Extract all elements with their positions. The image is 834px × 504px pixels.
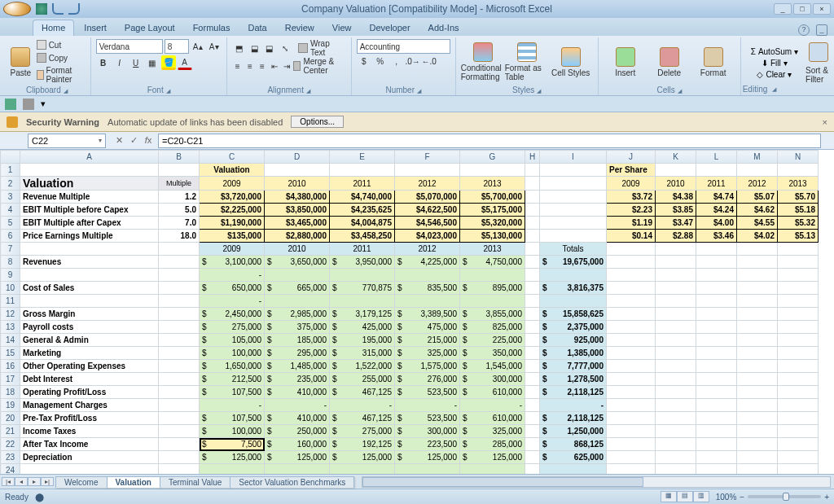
ribbon-tab-review[interactable]: Review bbox=[277, 20, 323, 36]
orientation-button[interactable]: ⤡ bbox=[278, 41, 292, 55]
align-top-button[interactable]: ⬒ bbox=[232, 41, 247, 55]
underline-button[interactable]: U bbox=[129, 55, 143, 70]
formula-input[interactable]: =C20-C21 bbox=[158, 134, 821, 148]
row-header[interactable]: 4 bbox=[1, 204, 20, 217]
ribbon-tab-home[interactable]: Home bbox=[33, 20, 74, 36]
name-box[interactable]: C22 bbox=[28, 134, 106, 148]
clear-button[interactable]: ◇ Clear ▾ bbox=[755, 69, 793, 80]
format-painter-button[interactable]: Format Painter bbox=[35, 65, 86, 85]
number-format-combo[interactable]: Accounting bbox=[357, 39, 450, 54]
row-header[interactable]: 20 bbox=[1, 412, 20, 425]
format-as-table-button[interactable]: Format as Table bbox=[505, 39, 549, 85]
row-header[interactable]: 9 bbox=[1, 269, 20, 282]
col-header-J[interactable]: J bbox=[607, 151, 656, 164]
col-header-K[interactable]: K bbox=[656, 151, 696, 164]
row-header[interactable]: 6 bbox=[1, 230, 20, 243]
row-header[interactable]: 7 bbox=[1, 243, 20, 256]
grow-font-button[interactable]: A▴ bbox=[191, 39, 205, 54]
col-header-G[interactable]: G bbox=[460, 151, 525, 164]
page-break-view-button[interactable]: ▥ bbox=[693, 491, 709, 502]
fx-icon[interactable]: fx bbox=[142, 135, 155, 146]
align-left-button[interactable]: ≡ bbox=[232, 59, 244, 73]
redo-icon[interactable] bbox=[68, 3, 80, 15]
col-header-D[interactable]: D bbox=[265, 151, 330, 164]
row-header[interactable]: 1 bbox=[1, 164, 20, 177]
bold-button[interactable]: B bbox=[96, 55, 111, 70]
align-center-button[interactable]: ≡ bbox=[244, 59, 256, 73]
row-header[interactable]: 24 bbox=[1, 464, 20, 475]
sheet-nav-prev[interactable]: ◂ bbox=[15, 477, 28, 486]
align-middle-button[interactable]: ⬓ bbox=[247, 41, 261, 55]
col-header-M[interactable]: M bbox=[737, 151, 778, 164]
decrease-decimal-button[interactable]: ←.0 bbox=[422, 54, 437, 68]
align-right-button[interactable]: ≡ bbox=[257, 59, 268, 73]
conditional-formatting-button[interactable]: Conditional Formatting bbox=[461, 39, 505, 85]
decrease-indent-button[interactable]: ⇤ bbox=[269, 59, 280, 73]
zoom-in-button[interactable]: + bbox=[824, 493, 829, 502]
percent-button[interactable]: % bbox=[373, 54, 388, 68]
col-header-H[interactable]: H bbox=[525, 151, 540, 164]
ribbon-tab-formulas[interactable]: Formulas bbox=[185, 20, 239, 36]
sheet-nav-last[interactable]: ▸| bbox=[41, 477, 54, 486]
enter-formula-icon[interactable]: ✓ bbox=[127, 135, 140, 146]
row-header[interactable]: 3 bbox=[1, 191, 20, 204]
paste-button[interactable]: Paste bbox=[8, 39, 33, 85]
cancel-formula-icon[interactable]: ✕ bbox=[112, 135, 125, 146]
close-button[interactable]: × bbox=[813, 3, 831, 15]
spreadsheet-grid[interactable]: ABCDEFGHIJKLMN1ValuationPer Share2Valuat… bbox=[0, 150, 834, 474]
insert-cells-button[interactable]: Insert bbox=[604, 39, 647, 85]
col-header-E[interactable]: E bbox=[330, 151, 395, 164]
save-icon[interactable] bbox=[36, 3, 47, 15]
normal-view-button[interactable]: ▦ bbox=[661, 491, 677, 502]
maximize-button[interactable]: □ bbox=[793, 3, 811, 15]
sheet-nav-next[interactable]: ▸ bbox=[28, 477, 41, 486]
ribbon-tab-add-ins[interactable]: Add-Ins bbox=[420, 20, 467, 36]
align-bottom-button[interactable]: ⬓ bbox=[262, 41, 277, 55]
row-header[interactable]: 19 bbox=[1, 399, 20, 412]
row-header[interactable]: 11 bbox=[1, 295, 20, 308]
format-cells-button[interactable]: Format bbox=[691, 39, 735, 85]
undo-icon[interactable] bbox=[52, 3, 64, 15]
sheet-tab-terminal-value[interactable]: Terminal Value bbox=[160, 476, 230, 488]
page-layout-view-button[interactable]: ▤ bbox=[677, 491, 693, 502]
row-header[interactable]: 18 bbox=[1, 386, 20, 399]
macro-record-icon[interactable]: ⬤ bbox=[35, 493, 44, 502]
fill-color-button[interactable]: 🪣 bbox=[161, 55, 176, 70]
row-header[interactable]: 16 bbox=[1, 360, 20, 373]
print-icon[interactable] bbox=[23, 99, 34, 110]
accounting-format-button[interactable]: $ bbox=[357, 54, 371, 68]
horizontal-scrollbar[interactable] bbox=[362, 476, 831, 488]
close-warning-button[interactable]: × bbox=[823, 117, 827, 127]
zoom-out-button[interactable]: − bbox=[740, 493, 744, 502]
italic-button[interactable]: I bbox=[112, 55, 127, 70]
zoom-level[interactable]: 100% bbox=[716, 493, 737, 502]
row-header[interactable]: 22 bbox=[1, 438, 20, 451]
autosum-button[interactable]: Σ AutoSum ▾ bbox=[749, 46, 800, 57]
zoom-slider[interactable] bbox=[748, 495, 821, 498]
col-header-C[interactable]: C bbox=[200, 151, 265, 164]
row-header[interactable]: 14 bbox=[1, 334, 20, 347]
font-color-button[interactable]: A bbox=[178, 55, 192, 70]
row-header[interactable]: 5 bbox=[1, 217, 20, 230]
delete-cells-button[interactable]: Delete bbox=[647, 39, 691, 85]
shrink-font-button[interactable]: A▾ bbox=[207, 39, 222, 54]
font-size-combo[interactable]: 8 bbox=[165, 39, 189, 54]
row-header[interactable]: 15 bbox=[1, 347, 20, 360]
wrap-text-button[interactable]: Wrap Text bbox=[298, 39, 345, 57]
cut-button[interactable]: Cut bbox=[35, 39, 86, 50]
border-button[interactable]: ▦ bbox=[145, 55, 160, 70]
sheet-tab-welcome[interactable]: Welcome bbox=[55, 476, 108, 488]
ribbon-tab-insert[interactable]: Insert bbox=[76, 20, 115, 36]
minimize-button[interactable]: _ bbox=[774, 3, 792, 15]
help-icon[interactable]: ? bbox=[798, 24, 810, 36]
office-button[interactable] bbox=[3, 2, 31, 16]
row-header[interactable]: 10 bbox=[1, 282, 20, 295]
select-all-corner[interactable] bbox=[1, 151, 20, 164]
comma-button[interactable]: , bbox=[389, 54, 404, 68]
increase-indent-button[interactable]: ⇥ bbox=[281, 59, 292, 73]
font-name-combo[interactable]: Verdana bbox=[96, 39, 163, 54]
col-header-B[interactable]: B bbox=[159, 151, 200, 164]
sheet-tab-valuation[interactable]: Valuation bbox=[107, 476, 160, 488]
ribbon-tab-page-layout[interactable]: Page Layout bbox=[116, 20, 183, 36]
ribbon-tab-view[interactable]: View bbox=[324, 20, 360, 36]
